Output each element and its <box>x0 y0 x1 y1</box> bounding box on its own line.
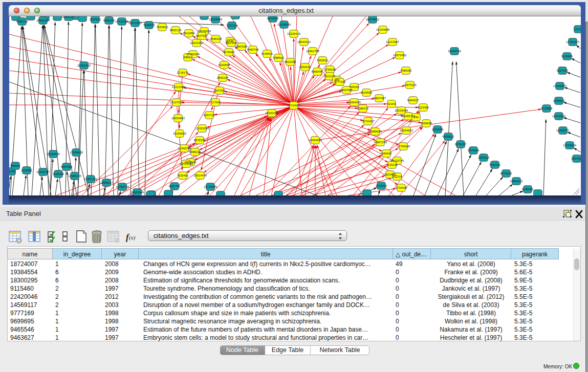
svg-text:9777169: 9777169 <box>334 80 346 83</box>
svg-text:9699695: 9699695 <box>421 122 432 125</box>
svg-text:17359928: 17359928 <box>70 151 83 154</box>
svg-text:9084067: 9084067 <box>381 152 393 155</box>
svg-text:9115460: 9115460 <box>418 106 429 109</box>
svg-text:6966160: 6966160 <box>103 19 115 22</box>
svg-text:12923448: 12923448 <box>130 191 144 194</box>
svg-text:20691406: 20691406 <box>36 19 50 22</box>
svg-text:10046755: 10046755 <box>178 147 191 150</box>
svg-text:844: 844 <box>413 116 419 119</box>
svg-text:10853267: 10853267 <box>62 16 75 18</box>
svg-text:19384554: 19384554 <box>309 139 322 142</box>
svg-text:23226058: 23226058 <box>198 30 211 33</box>
svg-text:10719155: 10719155 <box>115 20 128 23</box>
svg-text:717006: 717006 <box>210 101 220 104</box>
svg-text:1733426: 1733426 <box>396 186 407 189</box>
svg-text:16154808: 16154808 <box>376 28 389 31</box>
svg-text:62160: 62160 <box>387 102 396 105</box>
svg-text:6497568: 6497568 <box>341 89 353 92</box>
svg-text:8215958: 8215958 <box>541 107 553 110</box>
svg-text:9245652: 9245652 <box>522 188 534 191</box>
svg-text:18300295: 18300295 <box>265 112 278 115</box>
svg-text:18724007: 18724007 <box>287 104 300 107</box>
svg-text:8813054: 8813054 <box>267 17 279 20</box>
svg-text:7588520: 7588520 <box>273 56 285 59</box>
svg-text:10025458: 10025458 <box>395 109 408 112</box>
svg-text:8990448: 8990448 <box>312 70 323 73</box>
svg-text:12942737: 12942737 <box>36 170 50 173</box>
svg-text:10756928: 10756928 <box>397 145 410 148</box>
svg-text:1621072: 1621072 <box>324 75 336 78</box>
svg-text:18807249: 18807249 <box>374 141 387 144</box>
svg-text:13751074: 13751074 <box>566 40 580 43</box>
svg-text:15409948: 15409948 <box>180 162 193 165</box>
svg-text:7515526: 7515526 <box>143 24 155 27</box>
svg-text:18640910: 18640910 <box>297 40 311 43</box>
svg-text:8938923: 8938923 <box>443 135 454 138</box>
svg-text:19654923: 19654923 <box>400 129 413 132</box>
svg-text:8878334: 8878334 <box>194 139 206 142</box>
svg-text:20876812: 20876812 <box>366 18 379 21</box>
svg-text:9657791: 9657791 <box>169 185 181 188</box>
svg-text:16782759: 16782759 <box>116 185 129 188</box>
svg-text:2803144: 2803144 <box>217 76 229 79</box>
svg-text:1615132: 1615132 <box>386 163 398 166</box>
svg-text:98961: 98961 <box>184 56 192 59</box>
svg-text:17016504: 17016504 <box>563 144 577 147</box>
svg-text:16961758: 16961758 <box>306 50 319 53</box>
svg-text:8427552: 8427552 <box>214 89 226 92</box>
svg-text:1513614: 1513614 <box>376 184 387 187</box>
svg-text:13325419: 13325419 <box>287 32 300 35</box>
svg-text:7625402: 7625402 <box>177 174 189 177</box>
svg-text:16120746: 16120746 <box>390 159 404 162</box>
svg-text:3675685: 3675685 <box>223 51 235 54</box>
svg-text:20364436: 20364436 <box>347 101 361 104</box>
svg-text:20053340: 20053340 <box>77 64 91 67</box>
svg-text:9146821: 9146821 <box>262 52 273 55</box>
svg-text:9997586: 9997586 <box>61 165 73 168</box>
svg-text:11125: 11125 <box>574 28 581 31</box>
svg-text:39159: 39159 <box>9 170 15 173</box>
svg-text:19218506: 19218506 <box>277 23 291 26</box>
svg-text:17857225: 17857225 <box>84 178 97 181</box>
svg-text:985081: 985081 <box>10 164 20 167</box>
svg-text:2386372: 2386372 <box>357 107 369 110</box>
svg-text:1527602: 1527602 <box>90 18 101 21</box>
svg-text:7632621: 7632621 <box>489 163 501 166</box>
svg-text:10958117: 10958117 <box>100 181 113 184</box>
svg-text:16210643: 16210643 <box>552 115 565 118</box>
svg-text:8912954: 8912954 <box>183 32 195 35</box>
svg-text:1640954: 1640954 <box>432 128 444 131</box>
svg-text:7357224: 7357224 <box>226 24 238 27</box>
svg-text:8454749: 8454749 <box>247 48 259 51</box>
svg-text:12093873: 12093873 <box>553 84 567 87</box>
svg-text:252214: 252214 <box>392 175 402 178</box>
svg-text:2718176: 2718176 <box>177 71 189 74</box>
svg-text:16671355: 16671355 <box>128 21 142 25</box>
svg-text:2867608: 2867608 <box>236 45 248 48</box>
svg-text:1362615: 1362615 <box>299 65 311 69</box>
svg-text:12905135: 12905135 <box>68 174 81 178</box>
svg-text:9129906: 9129906 <box>561 55 573 58</box>
svg-text:1167533: 1167533 <box>571 157 581 160</box>
svg-text:8471676: 8471676 <box>500 172 512 175</box>
svg-text:9463627: 9463627 <box>407 99 419 102</box>
svg-text:1145194: 1145194 <box>53 172 64 176</box>
svg-text:10688609: 10688609 <box>368 130 382 133</box>
svg-text:9498222: 9498222 <box>189 150 201 154</box>
svg-text:6879197: 6879197 <box>455 143 467 146</box>
svg-text:16107553: 16107553 <box>170 101 183 104</box>
svg-text:1244419: 1244419 <box>553 99 565 102</box>
svg-text:12213967: 12213967 <box>386 40 399 43</box>
svg-text:5822038: 5822038 <box>285 60 296 63</box>
svg-text:15692971: 15692971 <box>556 129 570 132</box>
svg-text:16543382: 16543382 <box>190 41 203 45</box>
svg-text:7955812: 7955812 <box>317 59 329 62</box>
svg-text:9242848: 9242848 <box>219 63 230 67</box>
svg-text:20206536: 20206536 <box>47 152 60 156</box>
svg-text:6794028: 6794028 <box>324 68 336 71</box>
svg-text:9527508: 9527508 <box>226 41 237 45</box>
svg-text:10654112: 10654112 <box>510 180 522 183</box>
svg-text:1115682: 1115682 <box>21 169 32 172</box>
svg-text:15720407: 15720407 <box>361 120 375 123</box>
svg-text:9474444: 9474444 <box>468 149 480 152</box>
